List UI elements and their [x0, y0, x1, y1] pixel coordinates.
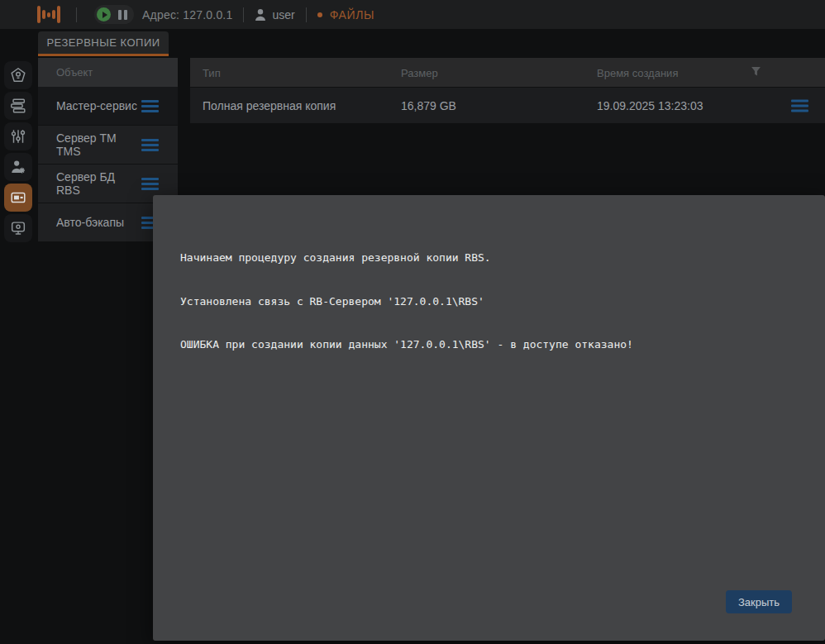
- service-run-toggle[interactable]: [94, 5, 134, 24]
- app-window: Адрес: 127.0.0.1 user ФАЙЛЫ РЕЗЕРВНЫЕ КО…: [0, 0, 825, 644]
- column-type: Тип: [203, 66, 221, 79]
- list-item-label: Сервер ТМ TMS: [56, 131, 141, 158]
- close-button[interactable]: Закрыть: [726, 590, 792, 613]
- sliders-icon: [9, 127, 27, 145]
- divider: [76, 7, 77, 22]
- sidebar: [4, 61, 32, 242]
- log-output: Начинаем процедуру создания резервной ко…: [180, 222, 633, 381]
- monitor-icon: [9, 219, 27, 237]
- log-line: Начинаем процедуру создания резервной ко…: [180, 250, 633, 265]
- row-menu-icon[interactable]: [791, 99, 808, 112]
- log-line: Установлена связь с RB-Сервером '127.0.0…: [180, 294, 633, 309]
- row-created: 19.09.2025 13:23:03: [597, 99, 703, 112]
- sidebar-item-users[interactable]: [4, 153, 32, 181]
- pause-icon[interactable]: [118, 10, 127, 20]
- play-icon[interactable]: [97, 7, 111, 21]
- sidebar-item-backups[interactable]: [4, 184, 32, 212]
- user-settings-icon: [9, 158, 27, 176]
- divider: [306, 7, 307, 22]
- user-name-label: user: [272, 8, 294, 21]
- sidebar-item-servers[interactable]: [4, 92, 32, 120]
- tab-backup-copies[interactable]: РЕЗЕРВНЫЕ КОПИИ: [38, 31, 169, 56]
- files-label: ФАЙЛЫ: [330, 8, 374, 21]
- files-link[interactable]: ФАЙЛЫ: [317, 8, 374, 21]
- user-menu[interactable]: user: [255, 8, 294, 21]
- filter-icon[interactable]: [751, 66, 761, 79]
- log-line: ОШИБКА при создании копии данных '127.0.…: [180, 337, 633, 352]
- backup-drive-icon: [9, 188, 27, 207]
- sidebar-item-monitor[interactable]: [4, 214, 32, 242]
- row-size: 16,879 GB: [401, 99, 456, 112]
- tab-label: РЕЗЕРВНЫЕ КОПИИ: [46, 36, 160, 49]
- stack-icon: [9, 97, 27, 115]
- badge-icon: [9, 66, 27, 84]
- orange-dot-icon: [317, 12, 322, 17]
- backups-table: Тип Размер Время создания Полная резервн…: [190, 58, 825, 123]
- object-list-header: Объект: [38, 58, 178, 87]
- table-header: Тип Размер Время создания: [190, 58, 825, 87]
- item-menu-icon[interactable]: [141, 178, 159, 190]
- row-type: Полная резервная копия: [203, 99, 336, 112]
- list-item-tm-tms-server[interactable]: Сервер ТМ TMS: [38, 126, 178, 165]
- user-icon: [255, 8, 266, 21]
- topbar: Адрес: 127.0.0.1 user ФАЙЛЫ: [0, 0, 825, 29]
- column-created: Время создания: [597, 66, 678, 79]
- list-item-label: Сервер БД RBS: [56, 170, 141, 197]
- item-menu-icon[interactable]: [141, 139, 159, 151]
- log-dialog: Начинаем процедуру создания резервной ко…: [153, 195, 825, 641]
- item-menu-icon[interactable]: [141, 100, 159, 112]
- app-logo-icon: [37, 6, 60, 24]
- list-item-label: Мастер-сервис: [56, 99, 137, 112]
- divider: [243, 7, 244, 22]
- sidebar-item-badge[interactable]: [4, 61, 32, 89]
- list-item-label: Авто-бэкапы: [56, 216, 124, 229]
- address-label: Адрес: 127.0.0.1: [142, 8, 232, 21]
- sidebar-item-settings[interactable]: [4, 122, 32, 150]
- list-item-master-service[interactable]: Мастер-сервис: [38, 87, 178, 126]
- table-row[interactable]: Полная резервная копия 16,879 GB 19.09.2…: [190, 88, 825, 123]
- column-size: Размер: [401, 66, 438, 79]
